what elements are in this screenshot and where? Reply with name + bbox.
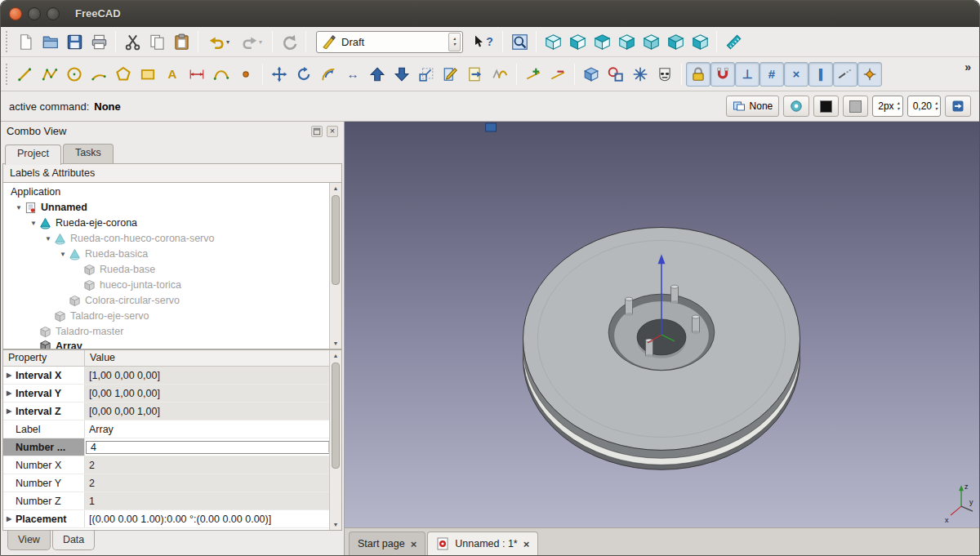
tree-item-rueda-basica[interactable]: ▼ Rueda-basica	[3, 247, 341, 262]
expander-icon[interactable]: ▼	[13, 204, 24, 211]
tab-project[interactable]: Project	[5, 145, 61, 165]
tab-close-icon[interactable]: ×	[523, 539, 530, 549]
draft-dimension-button[interactable]	[185, 62, 209, 87]
tree-item-rueda-base[interactable]: Rueda-base	[3, 262, 341, 278]
toolbar-overflow-button[interactable]: »	[960, 59, 976, 75]
property-row-interval-z[interactable]: ▶Interval Z [0,00 0,00 1,00]	[3, 403, 341, 420]
draft-point-button[interactable]	[234, 62, 258, 87]
draft-downgrade-button[interactable]	[390, 62, 414, 87]
snap-intersection-button[interactable]: ×	[784, 62, 808, 87]
property-row-interval-x[interactable]: ▶Interval X [1,00 0,00 0,00]	[3, 367, 341, 385]
draft-rotate-button[interactable]	[292, 62, 316, 87]
3d-viewport[interactable]: z y x	[345, 122, 979, 527]
property-row-number-x[interactable]: Number X 2	[3, 456, 341, 474]
property-row-placement[interactable]: ▶Placement [(0.00 0.00 1.00):0.00 °:(0.0…	[3, 510, 341, 528]
tree-item-array[interactable]: Array	[3, 340, 126, 349]
line-width-spinner[interactable]: 2px ▴▾	[872, 96, 902, 117]
spinner-arrows-icon[interactable]: ▴▾	[935, 100, 938, 112]
float-panel-button[interactable]	[311, 126, 323, 137]
face-color-button[interactable]	[843, 96, 868, 117]
property-row-number-z[interactable]: Number Z 1	[3, 492, 341, 510]
draft-scale-button[interactable]	[414, 62, 439, 87]
draft-polygon-button[interactable]	[111, 62, 136, 87]
scroll-down-icon[interactable]: ▼	[333, 519, 339, 530]
tab-unnamed-document[interactable]: Unnamed : 1* ×	[427, 532, 538, 555]
draft-arc-button[interactable]	[87, 62, 111, 87]
number-spinbox[interactable]: 4 ▴▾	[86, 441, 341, 454]
whatsthis-button[interactable]: ?	[469, 29, 498, 54]
snap-midpoint-button[interactable]	[710, 62, 735, 87]
snap-parallel-button[interactable]: ∥	[808, 62, 833, 87]
view-bottom-button[interactable]	[663, 29, 688, 54]
expander-icon[interactable]: ▶	[7, 515, 16, 523]
toolbar-grip[interactable]	[6, 31, 9, 52]
apply-style-button[interactable]	[945, 96, 971, 117]
draft-upgrade-button[interactable]	[365, 62, 390, 87]
tab-view[interactable]: View	[7, 531, 51, 550]
property-row-number-y[interactable]: Number Y 2	[3, 474, 341, 492]
close-panel-button[interactable]: ×	[327, 126, 338, 137]
tab-tasks[interactable]: Tasks	[63, 144, 114, 163]
autogroup-button[interactable]: None	[726, 96, 780, 117]
expander-icon[interactable]: ▶	[7, 407, 16, 415]
draft-drawing-button[interactable]	[463, 62, 488, 87]
property-row-label[interactable]: Label Array	[3, 420, 341, 438]
snap-perpendicular-button[interactable]: ⊥	[735, 62, 760, 87]
draft-offset-button[interactable]	[316, 62, 341, 87]
scrollbar-thumb[interactable]	[332, 363, 340, 469]
draft-to-sketch-button[interactable]	[604, 62, 628, 87]
tree-item-taladro-eje-servo[interactable]: Taladro-eje-servo	[3, 309, 341, 324]
dropdown-arrow-icon[interactable]: ▾	[259, 38, 262, 46]
draft-line-button[interactable]	[13, 62, 38, 87]
tree-scrollbar[interactable]: ▲ ▼	[329, 183, 341, 349]
copy-button[interactable]	[145, 29, 169, 54]
snap-center-button[interactable]	[858, 62, 882, 87]
draft-add-point-button[interactable]	[521, 62, 546, 87]
spinner-arrows-icon[interactable]: ▴▾	[898, 100, 900, 112]
property-scrollbar[interactable]: ▲ ▼	[329, 350, 341, 530]
view-axonometric-button[interactable]	[541, 29, 565, 54]
scroll-down-icon[interactable]: ▼	[333, 338, 339, 349]
property-row-interval-y[interactable]: ▶Interval Y [0,00 1,00 0,00]	[3, 385, 341, 403]
view-left-button[interactable]	[688, 29, 712, 54]
workbench-selector[interactable]: Draft ▴▾	[316, 31, 463, 53]
wheel-model[interactable]	[523, 227, 800, 469]
expander-icon[interactable]: ▶	[7, 371, 16, 379]
view-right-button[interactable]	[614, 29, 639, 54]
window-minimize-button[interactable]	[28, 7, 41, 20]
scroll-up-icon[interactable]: ▲	[333, 183, 339, 193]
draft-bspline-button[interactable]	[209, 62, 234, 87]
undo-button[interactable]: ▾	[203, 29, 235, 54]
expander-icon[interactable]: ▶	[7, 389, 16, 397]
toolbar-grip[interactable]	[6, 64, 9, 85]
property-row-number[interactable]: Number ... 4 ▴▾	[3, 438, 341, 456]
draft-move-button[interactable]	[267, 62, 292, 87]
view-front-button[interactable]	[565, 29, 590, 54]
view-top-button[interactable]	[590, 29, 614, 54]
snap-grid-button[interactable]: #	[760, 62, 784, 87]
zoom-fit-button[interactable]	[507, 29, 532, 54]
window-maximize-button[interactable]	[47, 7, 60, 20]
redo-button[interactable]: ▾	[235, 29, 268, 54]
draft-circle-button[interactable]	[62, 62, 87, 87]
draft-clone-button[interactable]	[653, 62, 677, 87]
expander-icon[interactable]: ▼	[42, 235, 54, 242]
draft-rectangle-button[interactable]	[136, 62, 160, 87]
draft-edit-button[interactable]	[439, 62, 463, 87]
draft-array-button[interactable]	[628, 62, 653, 87]
tree-item-rueda-eje-corona[interactable]: ▼ Rueda-eje-corona	[3, 216, 341, 231]
open-document-button[interactable]	[38, 29, 62, 54]
view-rear-button[interactable]	[639, 29, 663, 54]
paste-button[interactable]	[169, 29, 194, 54]
tree-item-colora-circular-servo[interactable]: Colora-circular-servo	[3, 293, 341, 309]
scrollbar-thumb[interactable]	[332, 195, 340, 285]
expander-icon[interactable]: ▼	[28, 220, 39, 227]
draft-wire-button[interactable]	[38, 62, 62, 87]
refresh-button[interactable]	[277, 29, 301, 54]
expander-icon[interactable]: ▼	[57, 251, 69, 258]
tree-item-unnamed[interactable]: ▼ Unnamed	[3, 200, 341, 216]
save-button[interactable]	[62, 29, 87, 54]
tree-item-hueco-junta-torica[interactable]: hueco-junta-torica	[3, 278, 341, 293]
dropdown-arrow-icon[interactable]: ▾	[226, 38, 229, 46]
workbench-spinner[interactable]: ▴▾	[448, 33, 461, 51]
